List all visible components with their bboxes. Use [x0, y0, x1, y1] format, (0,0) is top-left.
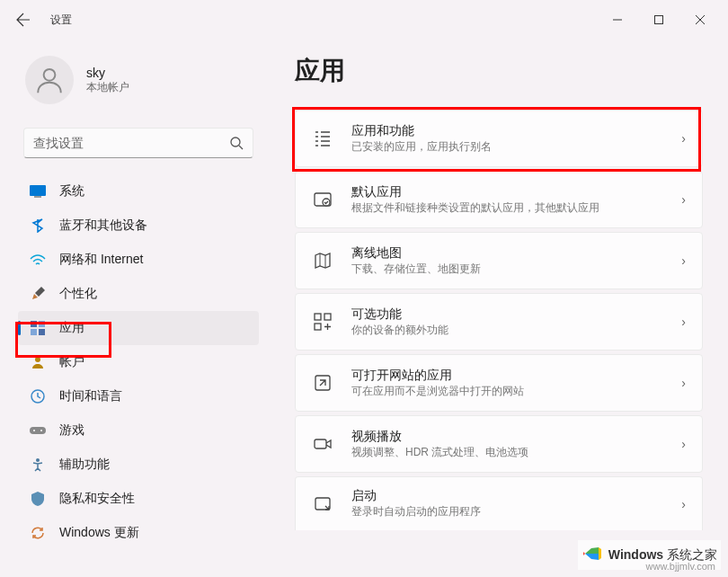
nav-label: 蓝牙和其他设备 [59, 217, 147, 234]
card-subtitle: 已安装的应用，应用执行别名 [351, 139, 681, 155]
card-subtitle: 视频调整、HDR 流式处理、电池选项 [351, 445, 681, 460]
chevron-right-icon: › [681, 131, 686, 146]
nav-bluetooth[interactable]: 蓝牙和其他设备 [18, 209, 259, 243]
window-title: 设置 [50, 13, 72, 28]
search-input[interactable] [33, 136, 229, 150]
nav-update[interactable]: Windows 更新 [18, 516, 259, 550]
nav-list: 系统 蓝牙和其他设备 网络和 Internet 个性化 应用 帐户 [18, 174, 259, 550]
video-icon [312, 433, 333, 455]
search-box[interactable] [23, 128, 253, 158]
svg-rect-5 [31, 321, 37, 327]
back-button[interactable] [7, 4, 40, 36]
card-subtitle: 根据文件和链接种类设置的默认应用，其他默认应用 [351, 200, 681, 216]
user-block[interactable]: sky 本地帐户 [18, 47, 259, 122]
nav-time[interactable]: 时间和语言 [18, 379, 259, 413]
svg-point-9 [35, 357, 40, 362]
svg-point-12 [33, 430, 35, 431]
nav-label: 隐私和安全性 [59, 491, 135, 507]
svg-point-14 [36, 458, 40, 462]
nav-label: 时间和语言 [59, 388, 122, 404]
time-icon [29, 387, 47, 405]
startup-icon [312, 493, 333, 515]
window-controls [597, 5, 721, 34]
main-content: 应用 应用和功能 已安装的应用，应用执行别名 › 默认应用 根据文件和链接种类设… [270, 40, 728, 550]
card-list: 应用和功能 已安装的应用，应用执行别名 › 默认应用 根据文件和链接种类设置的默… [295, 110, 703, 530]
close-icon [696, 15, 705, 24]
privacy-icon [29, 490, 47, 508]
svg-point-13 [40, 430, 42, 431]
nav-label: 个性化 [59, 286, 97, 302]
svg-rect-6 [39, 321, 45, 327]
optional-features-icon [312, 311, 333, 333]
minimize-icon [613, 15, 622, 24]
svg-rect-0 [655, 16, 663, 24]
nav-privacy[interactable]: 隐私和安全性 [18, 482, 259, 516]
update-icon [29, 524, 47, 542]
card-apps-for-websites[interactable]: 可打开网站的应用 可在应用而不是浏览器中打开的网站 › [295, 354, 703, 412]
bluetooth-icon [29, 217, 47, 235]
windows-logo-icon [582, 542, 605, 568]
nav-apps[interactable]: 应用 [18, 311, 259, 345]
card-apps-features[interactable]: 应用和功能 已安装的应用，应用执行别名 › [295, 110, 703, 167]
nav-network[interactable]: 网络和 Internet [18, 243, 259, 277]
back-arrow-icon [16, 13, 31, 27]
card-title: 可打开网站的应用 [351, 368, 681, 384]
offline-maps-icon [312, 250, 333, 271]
nav-label: 帐户 [59, 354, 84, 370]
user-subtitle: 本地帐户 [86, 80, 129, 95]
card-video-playback[interactable]: 视频播放 视频调整、HDR 流式处理、电池选项 › [295, 415, 703, 473]
apps-features-icon [312, 128, 333, 149]
card-subtitle: 可在应用而不是浏览器中打开的网站 [351, 384, 681, 399]
nav-label: 网络和 Internet [59, 252, 143, 268]
nav-label: 应用 [59, 320, 84, 336]
chevron-right-icon: › [681, 376, 686, 390]
chevron-right-icon: › [681, 315, 686, 329]
chevron-right-icon: › [681, 497, 686, 511]
card-default-apps[interactable]: 默认应用 根据文件和链接种类设置的默认应用，其他默认应用 › [295, 171, 703, 228]
chevron-right-icon: › [681, 192, 686, 207]
nav-system[interactable]: 系统 [18, 174, 259, 209]
card-subtitle: 登录时自动启动的应用程序 [351, 504, 681, 519]
card-offline-maps[interactable]: 离线地图 下载、存储位置、地图更新 › [295, 232, 703, 289]
maximize-button[interactable] [638, 5, 679, 34]
accounts-icon [29, 353, 47, 371]
sidebar: sky 本地帐户 系统 蓝牙和其他设备 网络和 Internet 个 [0, 40, 270, 550]
page-title: 应用 [295, 54, 703, 88]
nav-accounts[interactable]: 帐户 [18, 345, 259, 379]
default-apps-icon [312, 189, 333, 210]
nav-accessibility[interactable]: 辅助功能 [18, 448, 259, 482]
card-startup[interactable]: 启动 登录时自动启动的应用程序 › [295, 476, 703, 530]
nav-personalize[interactable]: 个性化 [18, 277, 259, 311]
person-icon [34, 65, 65, 95]
svg-rect-11 [30, 427, 46, 434]
accessibility-icon [29, 456, 47, 474]
card-subtitle: 你的设备的额外功能 [351, 323, 681, 338]
svg-point-2 [231, 138, 240, 146]
gaming-icon [29, 422, 47, 439]
personalize-icon [29, 285, 47, 303]
watermark-brand: Windows [608, 547, 663, 562]
titlebar: 设置 [0, 0, 728, 40]
svg-rect-17 [315, 314, 321, 320]
avatar [25, 56, 74, 104]
nav-label: 游戏 [59, 422, 84, 439]
apps-icon [29, 319, 47, 337]
close-button[interactable] [679, 5, 721, 34]
websites-icon [312, 372, 333, 394]
maximize-icon [654, 15, 663, 24]
svg-point-16 [323, 199, 330, 206]
card-subtitle: 下载、存储位置、地图更新 [351, 262, 681, 277]
minimize-button[interactable] [597, 5, 638, 34]
watermark-suffix: 系统之家 [667, 547, 717, 562]
svg-rect-8 [39, 329, 45, 335]
card-optional-features[interactable]: 可选功能 你的设备的额外功能 › [295, 293, 703, 351]
search-icon [229, 136, 244, 150]
network-icon [29, 251, 47, 269]
nav-gaming[interactable]: 游戏 [18, 413, 259, 448]
card-title: 可选功能 [351, 306, 681, 323]
card-title: 离线地图 [351, 245, 681, 262]
svg-point-1 [44, 69, 56, 81]
svg-rect-4 [34, 196, 41, 198]
chevron-right-icon: › [681, 253, 686, 268]
watermark: Windows 系统之家 www.bjjmlv.com [578, 540, 721, 570]
